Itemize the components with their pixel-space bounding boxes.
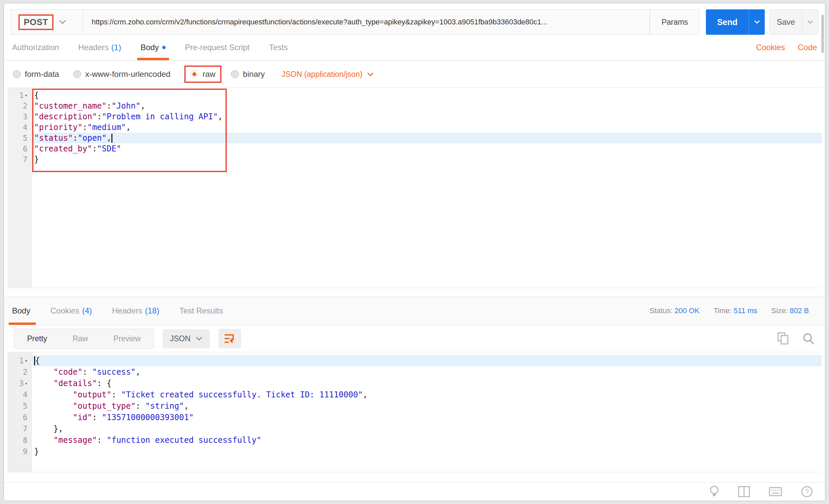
send-dropdown-button[interactable] [749, 9, 765, 35]
radio-circle-icon[interactable] [190, 70, 199, 78]
line-number: 2 [7, 366, 32, 378]
code-line-content[interactable]: "customer_name":"John", [32, 101, 822, 111]
body-modified-dot [162, 46, 166, 49]
code-line[interactable]: 6"created_by":"SDE" [7, 143, 822, 154]
line-number: 9 [7, 446, 32, 457]
shortcuts-button[interactable] [769, 487, 782, 496]
send-button[interactable]: Send [706, 9, 749, 35]
svg-text:?: ? [805, 488, 808, 495]
save-button[interactable]: Save [770, 10, 802, 34]
code-line-content[interactable]: "status":"open", [32, 133, 822, 143]
code-link[interactable]: Code [798, 35, 817, 60]
radio-x-www-form-urlencoded[interactable]: x-www-form-urlencoded [73, 70, 171, 79]
cookies-link[interactable]: Cookies [756, 35, 785, 60]
line-number: 7 [7, 423, 32, 434]
help-icon: ? [801, 486, 813, 498]
tab-pre-request-script[interactable]: Pre-request Script [185, 35, 250, 60]
code-line-content[interactable]: { [32, 355, 822, 366]
code-line[interactable]: 7} [7, 154, 822, 165]
tab-body[interactable]: Body [141, 35, 166, 60]
code-line-content[interactable]: "id": "13571000000393001" [32, 412, 822, 423]
tab-tests[interactable]: Tests [269, 35, 288, 60]
cookies-count-badge: (4) [82, 306, 92, 315]
tab-authorization[interactable]: Authorization [12, 35, 59, 60]
help-button[interactable]: ? [801, 486, 813, 498]
response-tab-cookies[interactable]: Cookies (4) [40, 297, 102, 325]
radio-binary[interactable]: binary [231, 70, 265, 79]
method-chevron-down-icon [59, 20, 66, 25]
search-icon [802, 332, 815, 345]
radio-circle-icon[interactable] [231, 70, 239, 78]
radio-circle-icon[interactable] [13, 70, 21, 78]
code-line-content[interactable]: "details": { [32, 378, 822, 389]
code-line[interactable]: 1▾{ [7, 90, 822, 101]
code-line[interactable]: 4 "output": "Ticket created successfully… [7, 389, 822, 400]
code-line[interactable]: 4"priority":"medium", [7, 122, 822, 133]
view-pretty-button[interactable]: Pretty [14, 329, 60, 348]
view-preview-button[interactable]: Preview [101, 329, 153, 348]
content-type-dropdown[interactable]: JSON (application/json) [281, 70, 374, 79]
response-body-editor[interactable]: 1▾{2 "code": "success",3▾ "details": {4 … [7, 352, 822, 472]
code-line-content[interactable]: "created_by":"SDE" [32, 143, 822, 154]
line-number: 4 [7, 389, 32, 400]
code-line-content[interactable]: "description":"Problem in calling API", [32, 111, 822, 122]
request-body-editor[interactable]: 1▾{2"customer_name":"John",3"description… [7, 87, 822, 288]
tabs-spacer [307, 35, 743, 60]
code-line[interactable]: 5 "output_type": "string", [7, 400, 822, 412]
code-line-content[interactable]: } [32, 446, 822, 457]
code-line[interactable]: 6 "id": "13571000000393001" [7, 412, 822, 423]
code-line-content[interactable]: }, [32, 423, 822, 434]
code-line[interactable]: 3"description":"Problem in calling API", [7, 111, 822, 122]
wrap-lines-icon [224, 333, 236, 344]
line-number: 3 [7, 111, 32, 122]
size-badge: Size:802 B [771, 307, 809, 315]
code-line[interactable]: 9} [7, 446, 822, 457]
response-tab-test-results[interactable]: Test Results [169, 297, 233, 325]
code-line[interactable]: 8 "message": "function executed successf… [7, 434, 822, 446]
code-line-content[interactable]: "output_type": "string", [32, 400, 822, 412]
line-number: 1▾ [7, 90, 32, 101]
code-line[interactable]: 7 }, [7, 423, 822, 434]
view-raw-button[interactable]: Raw [60, 329, 101, 348]
code-line-content[interactable]: { [32, 90, 822, 101]
window-scrollbar-thumb[interactable] [821, 15, 824, 53]
url-input[interactable]: https://crm.zoho.com/crm/v2/functions/cr… [83, 9, 650, 35]
radio-circle-icon[interactable] [73, 70, 81, 78]
line-number: 8 [7, 434, 32, 446]
tab-headers[interactable]: Headers (1) [78, 35, 121, 60]
search-response-button[interactable] [802, 332, 815, 345]
radio-raw[interactable]: raw [190, 70, 215, 79]
code-line-content[interactable]: "code": "success", [32, 366, 822, 378]
text-cursor [111, 134, 112, 143]
code-line[interactable]: 2 "code": "success", [7, 366, 822, 378]
code-line[interactable]: 3▾ "details": { [7, 378, 822, 389]
code-line-content[interactable]: "output": "Ticket created successfully. … [32, 389, 822, 400]
code-line-content[interactable]: } [32, 154, 822, 165]
view-mode-group: Pretty Raw Preview [14, 329, 154, 349]
response-format-dropdown[interactable]: JSON [163, 329, 210, 348]
radio-form-data[interactable]: form-data [13, 70, 59, 79]
code-line-content[interactable]: "message": "function executed successful… [32, 434, 822, 446]
fold-arrow-icon[interactable]: ▾ [25, 381, 28, 386]
save-dropdown-button[interactable] [802, 10, 818, 34]
line-number: 4 [7, 122, 32, 133]
method-selector[interactable]: POST [11, 9, 83, 35]
line-number: 2 [7, 101, 32, 111]
params-button[interactable]: Params [650, 9, 700, 35]
code-line[interactable]: 2"customer_name":"John", [7, 101, 822, 111]
response-tab-headers[interactable]: Headers (18) [102, 297, 169, 325]
tips-button[interactable] [709, 486, 719, 498]
code-line-content[interactable]: "priority":"medium", [32, 122, 822, 133]
response-meta: Status:200 OK Time:511 ms Size:802 B [233, 297, 825, 325]
copy-response-button[interactable] [778, 332, 790, 345]
wrap-lines-button[interactable] [218, 329, 241, 348]
annotation-box-raw: raw [184, 66, 221, 83]
footer-bar: ? [4, 482, 825, 501]
fold-arrow-icon[interactable]: ▾ [25, 93, 28, 98]
line-number: 5 [7, 400, 32, 412]
code-line[interactable]: 5"status":"open", [7, 133, 822, 143]
code-line[interactable]: 1▾{ [7, 355, 822, 366]
fold-arrow-icon[interactable]: ▾ [25, 358, 28, 363]
response-tab-body[interactable]: Body [11, 297, 40, 325]
two-pane-view-button[interactable] [738, 486, 750, 497]
